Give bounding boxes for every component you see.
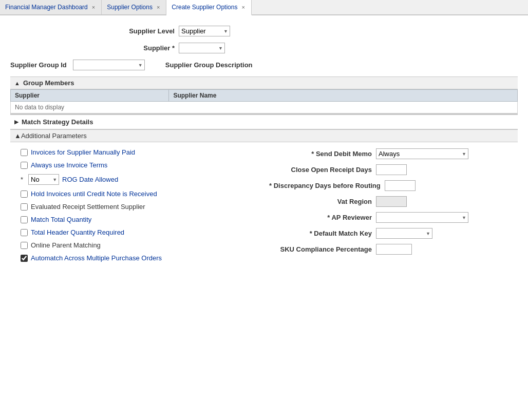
tab-financial-manager[interactable]: Financial Manager Dashboard × (0, 0, 102, 14)
match-strategy-section[interactable]: ▶ Match Strategy Details (10, 114, 518, 129)
tab-supplier-options-close[interactable]: × (156, 4, 161, 10)
param-row-online-parent: Online Parent Matching (21, 241, 259, 249)
params-right: * Send Debit Memo Always Never Close Ope… (259, 148, 518, 267)
supplier-level-select-wrapper: Supplier Group (179, 26, 230, 36)
col-header-supplier: Supplier (11, 90, 169, 102)
label-online-parent: Online Parent Matching (31, 241, 101, 249)
params-columns: Invoices for Supplier Manually Paid Alwa… (10, 148, 518, 267)
param-row-evaluated-receipt: Evaluated Receipt Settlement Supplier (21, 203, 259, 211)
label-total-header-qty: Total Header Quantity Required (31, 228, 124, 236)
send-debit-memo-select[interactable]: Always Never (376, 148, 468, 159)
supplier-group-row: Supplier Group Id Supplier Group Descrip… (10, 60, 518, 70)
group-members-table: Supplier Supplier Name No data to displa… (10, 89, 518, 113)
label-hold-invoices: Hold Invoices until Credit Note is Recei… (31, 190, 157, 198)
supplier-group-desc-label: Supplier Group Description (165, 61, 253, 69)
tab-bar: Financial Manager Dashboard × Supplier O… (0, 0, 528, 15)
tab-financial-manager-label: Financial Manager Dashboard (5, 4, 88, 11)
default-match-key-select-wrapper (376, 228, 432, 239)
supplier-label: Supplier * (113, 44, 175, 52)
supplier-select-wrapper (179, 43, 225, 53)
checkbox-total-header-qty[interactable] (21, 229, 28, 236)
rog-select-wrapper: No Yes (28, 174, 59, 185)
label-automatch: Automatch Across Multiple Purchase Order… (31, 254, 162, 262)
tab-supplier-options[interactable]: Supplier Options × (102, 0, 166, 14)
supplier-group-id-select[interactable] (73, 60, 145, 70)
input-close-open-receipt[interactable] (376, 164, 407, 175)
send-debit-memo-select-wrapper: Always Never (376, 148, 468, 159)
param-row-discrepancy-days: * Discrepancy Days before Routing (269, 180, 507, 191)
supplier-row: Supplier * (10, 43, 518, 53)
checkbox-invoices-manually-paid[interactable] (21, 149, 28, 156)
default-match-key-req-star: * (310, 230, 314, 237)
tab-create-supplier-options[interactable]: Create Supplier Options × (166, 0, 252, 15)
additional-params-content: Invoices for Supplier Manually Paid Alwa… (10, 142, 518, 273)
label-match-total-qty: Match Total Quantity (31, 216, 91, 223)
label-evaluated-receipt: Evaluated Receipt Settlement Supplier (31, 203, 145, 211)
checkbox-evaluated-receipt[interactable] (21, 203, 28, 211)
checkbox-online-parent[interactable] (21, 242, 28, 249)
param-row-send-debit-memo: * Send Debit Memo Always Never (269, 148, 507, 159)
input-discrepancy-days[interactable] (385, 180, 416, 191)
group-members-table-container: Supplier Supplier Name No data to displa… (10, 89, 518, 114)
checkbox-match-total-qty[interactable] (21, 216, 28, 223)
param-row-total-header-qty: Total Header Quantity Required (21, 228, 259, 236)
checkbox-always-invoice-terms[interactable] (21, 162, 28, 169)
supplier-required-star: * (172, 44, 175, 52)
param-row-vat-region: Vat Region (269, 196, 507, 207)
label-discrepancy-days: * Discrepancy Days before Routing (269, 182, 381, 189)
rog-select[interactable]: No Yes (28, 174, 59, 185)
group-members-arrow: ▲ (14, 80, 20, 86)
ap-reviewer-select-wrapper (376, 212, 468, 223)
main-content: Supplier Level Supplier Group Supplier *… (0, 15, 528, 283)
param-row-default-match-key: * Default Match Key (269, 228, 507, 239)
rog-required-star: * (21, 176, 23, 183)
additional-params-arrow: ▲ (14, 132, 21, 140)
table-empty-message: No data to display (11, 102, 518, 113)
table-header-row: Supplier Supplier Name (11, 90, 518, 102)
input-sku-compliance[interactable] (376, 244, 412, 255)
param-row-ap-reviewer: * AP Reviewer (269, 212, 507, 223)
label-send-debit-memo: * Send Debit Memo (269, 150, 372, 158)
ap-reviewer-select[interactable] (376, 212, 468, 223)
additional-params-section: ▲ Additional Parameters Invoices for Sup… (10, 129, 518, 273)
param-row-match-total-qty: Match Total Quantity (21, 216, 259, 223)
match-strategy-arrow: ▶ (14, 119, 18, 125)
table-empty-row: No data to display (11, 102, 518, 113)
checkbox-hold-invoices[interactable] (21, 190, 28, 198)
tab-supplier-options-label: Supplier Options (107, 4, 153, 11)
label-sku-compliance: SKU Compliance Percentage (269, 245, 372, 253)
param-row-automatch: Automatch Across Multiple Purchase Order… (21, 254, 259, 262)
label-close-open-receipt: Close Open Receipt Days (269, 166, 372, 174)
label-rog-date: ROG Date Allowed (62, 176, 118, 183)
additional-params-header[interactable]: ▲ Additional Parameters (10, 129, 518, 142)
supplier-level-select[interactable]: Supplier Group (179, 26, 230, 36)
tab-create-supplier-options-close[interactable]: × (240, 4, 246, 10)
discrepancy-req-star: * (269, 182, 274, 189)
tab-create-supplier-options-label: Create Supplier Options (172, 4, 237, 11)
param-row-rog-date: * No Yes ROG Date Allowed (21, 174, 259, 185)
label-always-invoice-terms: Always use Invoice Terms (31, 161, 107, 169)
group-members-title: Group Members (23, 79, 74, 87)
supplier-level-label: Supplier Level (113, 27, 175, 35)
param-row-sku-compliance: SKU Compliance Percentage (269, 244, 507, 255)
group-members-header[interactable]: ▲ Group Members (10, 77, 518, 89)
additional-params-title: Additional Parameters (21, 132, 87, 140)
input-vat-region[interactable] (376, 196, 407, 207)
param-row-hold-invoices: Hold Invoices until Credit Note is Recei… (21, 190, 259, 198)
label-invoices-manually-paid: Invoices for Supplier Manually Paid (31, 148, 135, 156)
label-vat-region: Vat Region (269, 198, 372, 205)
param-row-close-open-receipt: Close Open Receipt Days (269, 164, 507, 175)
tab-financial-manager-close[interactable]: × (91, 4, 96, 10)
param-row-always-invoice-terms: Always use Invoice Terms (21, 161, 259, 169)
params-left: Invoices for Supplier Manually Paid Alwa… (10, 148, 259, 267)
label-ap-reviewer: * AP Reviewer (269, 214, 372, 221)
checkbox-automatch[interactable] (21, 255, 28, 262)
supplier-level-row: Supplier Level Supplier Group (10, 26, 518, 36)
supplier-select[interactable] (179, 43, 225, 53)
match-strategy-title: Match Strategy Details (22, 118, 93, 126)
param-row-invoices-manually-paid: Invoices for Supplier Manually Paid (21, 148, 259, 156)
group-members-section: ▲ Group Members Supplier Supplier Name N… (10, 77, 518, 114)
supplier-group-id-label: Supplier Group Id (10, 61, 67, 69)
label-default-match-key: * Default Match Key (269, 230, 372, 237)
default-match-key-select[interactable] (376, 228, 432, 239)
